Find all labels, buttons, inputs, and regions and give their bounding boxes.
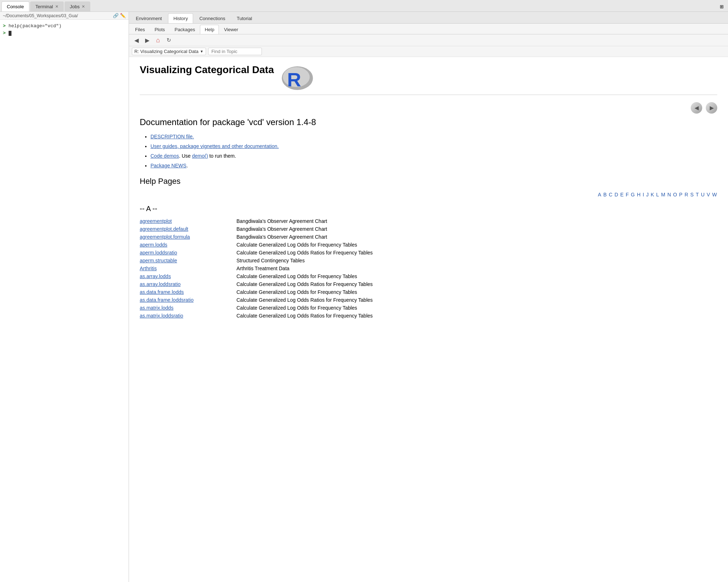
alpha-O[interactable]: O [673,192,677,197]
table-row: Arthritis Arthritis Treatment Data [140,264,717,272]
help-item-link[interactable]: agreementplot [140,218,172,224]
help-item-link[interactable]: aperm.loddsratio [140,250,177,256]
alpha-P[interactable]: P [679,192,682,197]
alpha-H[interactable]: H [637,192,641,197]
alpha-I[interactable]: I [643,192,644,197]
code-demos-link[interactable]: Code demos [150,153,179,159]
alpha-N[interactable]: N [667,192,671,197]
help-item-link[interactable]: aperm.structable [140,258,177,263]
help-item-link[interactable]: as.data.frame.loddsratio [140,297,193,303]
help-item-link[interactable]: as.matrix.lodds [140,305,173,311]
list-item-description: DESCRIPTION file. [150,133,717,140]
console-line-1: > help(package="vcd") [3,23,126,30]
path-text: ~/Documents/05_Workspaces/03_Gua/ [3,13,78,18]
help-item-desc: Calculate Generalized Log Odds for Frequ… [233,272,717,280]
alpha-U[interactable]: U [701,192,705,197]
demo-link[interactable]: demo() [192,153,208,159]
pkg-selector-dropdown-icon: ▼ [200,49,203,53]
table-row: aperm.structable Structured Contingency … [140,257,717,264]
svg-text:R: R [287,69,301,90]
list-item-news: Package NEWS. [150,162,717,170]
help-item-link[interactable]: agreementplot.default [140,226,188,232]
alpha-L[interactable]: L [656,192,659,197]
path-link-icon[interactable]: 🔗 [113,13,119,18]
table-row: aperm.loddsratio Calculate Generalized L… [140,249,717,257]
nav-back-circle[interactable]: ◀ [691,102,702,114]
alpha-A[interactable]: A [598,192,601,197]
nav-back-icon: ◀ [695,105,699,111]
alpha-B[interactable]: B [603,192,607,197]
package-news-link[interactable]: Package NEWS [150,163,186,168]
console-content: > help(package="vcd") > [0,20,129,582]
window-menu-btn[interactable]: ⊞ [717,2,727,11]
alpha-E[interactable]: E [620,192,623,197]
alpha-D[interactable]: D [614,192,618,197]
tab-files[interactable]: Files [130,25,149,34]
right-tab-history[interactable]: History [168,13,193,23]
path-edit-icon[interactable]: ✏️ [120,13,126,18]
help-item-link[interactable]: as.array.loddsratio [140,281,181,287]
home-button[interactable]: ⌂ [153,36,163,44]
tab-jobs[interactable]: Jobs ✕ [64,1,90,11]
right-tab-environment[interactable]: Environment [130,13,167,23]
right-top-tabs: Environment History Connections Tutorial [129,12,728,24]
tab-packages[interactable]: Packages [170,25,200,34]
help-item-link-cell: aperm.loddsratio [140,249,233,257]
help-item-desc: Calculate Generalized Log Odds Ratios fo… [233,249,717,257]
alpha-T[interactable]: T [696,192,699,197]
second-tabs: Files Plots Packages Help Viewer [129,24,728,34]
alphabet-links: A B C D E F G H I J K L M N O P R S T U [140,192,717,197]
bullet-list: DESCRIPTION file. User guides, package v… [150,133,717,170]
right-tab-tutorial[interactable]: Tutorial [231,13,258,23]
alpha-M[interactable]: M [661,192,665,197]
help-item-link-cell: as.matrix.lodds [140,304,233,312]
alpha-W[interactable]: W [712,192,717,197]
alpha-K[interactable]: K [651,192,654,197]
tab-console[interactable]: Console [1,1,29,11]
alpha-C[interactable]: C [609,192,612,197]
pkg-selector[interactable]: R: Visualizing Categorical Data ▼ [132,48,206,55]
tab-plots[interactable]: Plots [150,25,169,34]
pkg-selector-label: R: Visualizing Categorical Data [134,49,198,54]
alpha-J[interactable]: J [646,192,648,197]
alpha-V[interactable]: V [707,192,710,197]
help-item-desc: Bangdiwala's Observer Agreement Chart [233,217,717,225]
help-item-link-cell: as.array.lodds [140,272,233,280]
help-item-link[interactable]: as.matrix.loddsratio [140,313,183,319]
right-tab-connections-label: Connections [199,16,225,21]
help-item-link[interactable]: Arthritis [140,266,157,271]
alpha-S[interactable]: S [690,192,694,197]
left-panel: ~/Documents/05_Workspaces/03_Gua/ 🔗 ✏️ >… [0,12,129,582]
tab-jobs-close[interactable]: ✕ [82,4,85,9]
user-guides-link[interactable]: User guides, package vignettes and other… [150,143,279,149]
back-button[interactable]: ◀ [132,36,141,44]
tab-help[interactable]: Help [200,25,219,34]
nav-forward-circle[interactable]: ▶ [706,102,717,114]
alpha-R[interactable]: R [685,192,688,197]
help-item-desc: Calculate Generalized Log Odds Ratios fo… [233,312,717,320]
help-item-link[interactable]: as.array.lodds [140,273,171,279]
table-row: as.data.frame.lodds Calculate Generalize… [140,288,717,296]
alpha-G[interactable]: G [631,192,635,197]
window-menu-icon: ⊞ [720,4,724,9]
tab-files-label: Files [135,27,145,32]
description-file-link[interactable]: DESCRIPTION file. [150,134,194,139]
tab-viewer[interactable]: Viewer [219,25,243,34]
r-logo: R [281,64,313,91]
refresh-button[interactable]: ↻ [164,36,173,44]
toolbar-row: ◀ ▶ ⌂ ↻ [129,34,728,46]
table-row: as.data.frame.loddsratio Calculate Gener… [140,296,717,304]
forward-button[interactable]: ▶ [143,36,152,44]
help-item-link[interactable]: as.data.frame.lodds [140,289,184,295]
table-row: aperm.lodds Calculate Generalized Log Od… [140,241,717,249]
right-tab-connections[interactable]: Connections [194,13,230,23]
tab-terminal[interactable]: Terminal ✕ [30,1,64,11]
tab-viewer-label: Viewer [224,27,238,32]
help-item-link[interactable]: aperm.lodds [140,242,167,248]
tab-terminal-close[interactable]: ✕ [55,4,58,9]
nav-arrows: ◀ ▶ [140,102,717,114]
find-in-topic-input[interactable] [208,48,262,55]
help-item-desc: Bangdiwala's Observer Agreement Chart [233,233,717,241]
help-item-link[interactable]: agreementplot.formula [140,234,190,240]
alpha-F[interactable]: F [626,192,629,197]
